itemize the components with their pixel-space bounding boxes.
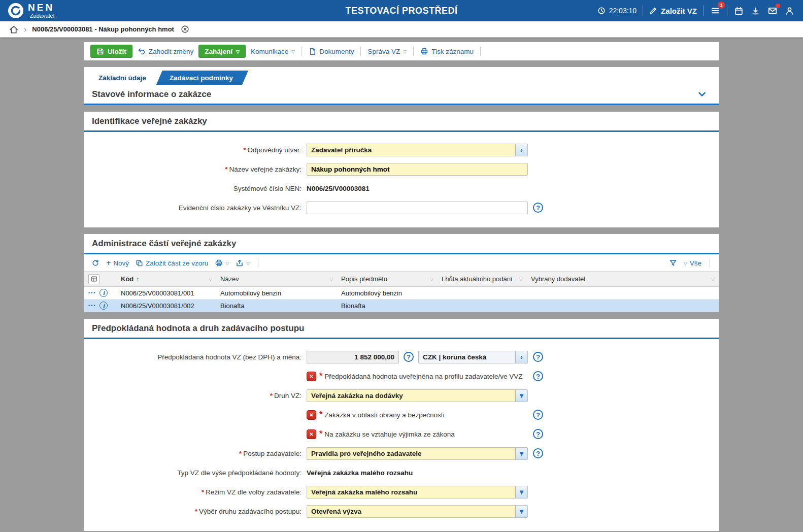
column-header-description[interactable]: Popis předmětu ▽ xyxy=(337,272,438,287)
view-all-label: Vše xyxy=(690,259,701,267)
column-header-name[interactable]: Název ▽ xyxy=(216,272,337,287)
discard-changes-button[interactable]: Zahodit změny xyxy=(138,47,194,55)
create-from-template-button[interactable]: Založit část ze vzoru xyxy=(136,259,208,267)
open-detail-icon[interactable]: › xyxy=(515,351,527,363)
pencil-icon xyxy=(649,7,657,15)
column-header-code[interactable]: Kód ↑ ▽ xyxy=(117,272,216,287)
toolbar-divider xyxy=(360,47,361,56)
defense-label: Zakázka v oblasti obrany a bezpečnosti xyxy=(324,411,444,419)
export-icon xyxy=(236,259,244,267)
filter-icon[interactable]: ▽ xyxy=(329,277,333,282)
table-row[interactable]: ••• i N006/25/V00003081/001 Automobilový… xyxy=(84,287,719,300)
department-value: Zadavatel příručka xyxy=(307,146,515,154)
regime-label: *Režim VZ dle volby zadavatele: xyxy=(84,488,307,496)
info-icon[interactable]: i xyxy=(99,289,108,297)
kind-value: Veřejná zakázka na dodávky xyxy=(307,392,515,400)
select-arrow-icon[interactable]: ▾ xyxy=(515,448,527,459)
evidence-number-input[interactable] xyxy=(307,202,528,214)
select-arrow-icon[interactable]: ▾ xyxy=(515,390,527,402)
export-grid-button[interactable]: ▽ xyxy=(236,259,250,267)
filter-icon[interactable]: ▽ xyxy=(711,277,715,282)
column-header-deadline[interactable]: Lhůta aktuálního podání ▽ xyxy=(438,272,527,287)
record-toolbar: Uložit Zahodit změny Zahájení ▽ Komunika… xyxy=(84,42,719,60)
row-actions-icon[interactable]: ••• xyxy=(88,290,96,295)
create-vz-button[interactable]: Založit VZ xyxy=(649,7,697,15)
help-icon[interactable]: ? xyxy=(533,371,543,381)
help-icon[interactable]: ? xyxy=(533,448,543,458)
undo-icon xyxy=(138,47,146,55)
type-label: Typ VZ dle výše předpokládané hodnoty: xyxy=(84,469,307,477)
help-icon[interactable]: ? xyxy=(533,352,543,362)
refresh-icon[interactable] xyxy=(91,259,99,267)
help-icon[interactable]: ? xyxy=(533,429,543,439)
form-row-estimated-value: Předpokládaná hodnota VZ (bez DPH) a měn… xyxy=(84,350,719,363)
tab-basic-info[interactable]: Základní údaje xyxy=(89,71,161,85)
choice-select[interactable]: Otevřená výzva ▾ xyxy=(307,505,528,518)
cell-supplier xyxy=(527,287,719,300)
chevron-down-icon: ▽ xyxy=(225,261,229,266)
cell-description: Automobilový benzin xyxy=(337,287,438,300)
form-row-procedure: *Postup zadavatele: Pravidla pro veřejné… xyxy=(84,447,719,460)
filter-funnel-icon[interactable] xyxy=(669,259,677,267)
printer-icon xyxy=(215,259,223,267)
filter-icon[interactable]: ▽ xyxy=(209,277,212,282)
close-record-icon[interactable] xyxy=(181,25,189,34)
column-settings-header[interactable] xyxy=(84,272,117,287)
regime-select[interactable]: Veřejná zakázka malého rozsahu ▾ xyxy=(307,486,528,498)
calendar-button[interactable] xyxy=(733,6,744,16)
filter-icon[interactable]: ▽ xyxy=(519,277,523,282)
communication-menu[interactable]: Komunikace ▽ xyxy=(251,48,295,55)
view-all-dropdown[interactable]: ▽ Vše xyxy=(684,259,701,267)
column-header-supplier[interactable]: Vybraný dodavatel ▽ xyxy=(527,272,719,287)
home-icon[interactable] xyxy=(9,25,18,34)
published-label: Předpokládaná hodnota uveřejněna na prof… xyxy=(324,373,522,380)
tab-tender-conditions[interactable]: Zadávací podmínky xyxy=(156,71,248,85)
procedure-select[interactable]: Pravidla pro veřejného zadavatele ▾ xyxy=(307,447,528,460)
messages-button[interactable] xyxy=(767,5,778,16)
department-picker[interactable]: Zadavatel příručka › xyxy=(307,144,528,156)
session-clock: 22:03:10 xyxy=(597,7,637,15)
person-icon xyxy=(785,7,794,15)
print-record-button[interactable]: Tisk záznamu xyxy=(420,47,474,55)
open-detail-icon[interactable]: › xyxy=(515,144,527,156)
vz-name-input[interactable] xyxy=(307,163,528,176)
nen-logo[interactable]: NEN Zadavatel xyxy=(8,3,54,19)
chevron-down-icon: ▽ xyxy=(403,49,407,54)
row-actions-icon[interactable]: ••• xyxy=(88,303,96,308)
help-icon[interactable]: ? xyxy=(533,203,543,213)
collapse-chevron-icon[interactable] xyxy=(697,89,707,99)
form-row-vz-name: *Název veřejné zakázky: xyxy=(84,162,719,176)
environment-title: TESTOVACÍ PROSTŘEDÍ xyxy=(346,6,458,16)
create-from-template-label: Založit část ze vzoru xyxy=(146,259,208,267)
breadcrumb-current[interactable]: N006/25/V00003081 - Nákup pohonných hmot xyxy=(32,25,174,33)
toggle-no-icon[interactable]: ✕ xyxy=(307,429,316,439)
currency-picker[interactable]: CZK | koruna česká › xyxy=(418,351,528,363)
help-icon[interactable]: ? xyxy=(533,410,543,420)
start-procedure-button[interactable]: Zahájení ▽ xyxy=(198,45,246,58)
printer-icon xyxy=(420,47,428,55)
table-row[interactable]: ••• i N006/25/V00003081/002 Bionafta Bio… xyxy=(84,300,719,312)
profile-button[interactable] xyxy=(784,6,795,16)
toolbar-divider xyxy=(302,47,302,56)
form-row-department: *Odpovědný útvar: Zadavatel příručka › xyxy=(84,143,719,156)
help-icon[interactable]: ? xyxy=(404,352,414,362)
menu-button[interactable]: 1 xyxy=(710,5,721,16)
filter-icon[interactable]: ▽ xyxy=(430,277,433,282)
documents-button[interactable]: Dokumenty xyxy=(309,48,354,55)
select-arrow-icon[interactable]: ▾ xyxy=(515,486,527,498)
toggle-no-icon[interactable]: ✕ xyxy=(307,372,316,381)
download-button[interactable] xyxy=(750,6,761,16)
column-settings-icon[interactable] xyxy=(88,274,99,284)
print-grid-button[interactable]: ▽ xyxy=(215,259,229,267)
toggle-no-icon[interactable]: ✕ xyxy=(307,410,316,420)
new-part-button[interactable]: + Nový xyxy=(106,259,129,267)
identification-title: Identifikace veřejné zakázky xyxy=(92,116,207,126)
column-label-description: Popis předmětu xyxy=(341,275,387,283)
breadcrumb-chevron-icon: › xyxy=(24,25,26,34)
manage-vz-menu[interactable]: Správa VZ ▽ xyxy=(367,48,407,55)
menu-badge: 1 xyxy=(718,2,725,9)
save-button[interactable]: Uložit xyxy=(90,45,132,58)
select-arrow-icon[interactable]: ▾ xyxy=(515,506,527,517)
info-icon[interactable]: i xyxy=(99,302,108,310)
kind-select[interactable]: Veřejná zakázka na dodávky ▾ xyxy=(307,389,528,402)
